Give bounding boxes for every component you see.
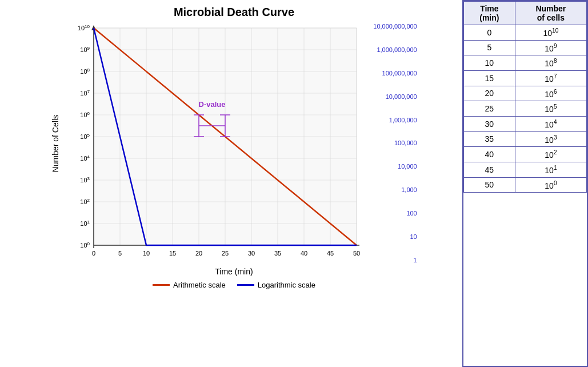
cells-cell: 104 bbox=[515, 116, 586, 131]
right-label-5: 1,000,000 bbox=[373, 117, 417, 123]
svg-text:D-value: D-value bbox=[199, 100, 226, 109]
svg-text:45: 45 bbox=[327, 250, 334, 257]
right-label-3: 100,000,000 bbox=[373, 70, 417, 77]
svg-text:106: 106 bbox=[81, 111, 90, 119]
svg-text:20: 20 bbox=[195, 250, 202, 257]
time-cell: 45 bbox=[464, 162, 515, 177]
svg-text:40: 40 bbox=[301, 250, 307, 257]
table-row: 25 105 bbox=[464, 101, 587, 117]
time-cell: 50 bbox=[464, 177, 515, 193]
svg-text:25: 25 bbox=[222, 250, 229, 257]
table-row: 35 103 bbox=[464, 131, 587, 147]
table-row: 45 101 bbox=[464, 162, 587, 177]
svg-text:108: 108 bbox=[81, 67, 90, 75]
svg-text:109: 109 bbox=[81, 46, 90, 54]
chart-title: Microbial Death Curve bbox=[174, 6, 294, 19]
time-cell: 10 bbox=[464, 55, 515, 71]
time-cell: 0 bbox=[464, 25, 515, 41]
right-label-6: 100,000 bbox=[373, 140, 417, 146]
cells-cell: 107 bbox=[515, 70, 586, 86]
col-header-time: Time(min) bbox=[464, 2, 515, 25]
time-cell: 40 bbox=[464, 147, 515, 162]
legend-logarithmic: Logarithmic scale bbox=[237, 281, 315, 289]
cells-cell: 100 bbox=[515, 177, 586, 193]
right-label-2: 1,000,000,000 bbox=[373, 47, 417, 53]
arithmetic-line-icon bbox=[153, 284, 170, 286]
cells-cell: 109 bbox=[515, 40, 586, 55]
table-row: 50 100 bbox=[464, 177, 587, 193]
svg-text:0: 0 bbox=[92, 250, 95, 257]
cells-cell: 1010 bbox=[515, 25, 586, 41]
x-axis-label: Time (min) bbox=[215, 267, 253, 276]
time-cell: 5 bbox=[464, 40, 515, 55]
svg-text:104: 104 bbox=[81, 154, 90, 162]
right-label-8: 1,000 bbox=[373, 187, 417, 193]
right-label-1: 10,000,000,000 bbox=[373, 23, 417, 30]
table-row: 15 107 bbox=[464, 70, 587, 86]
right-axis-labels: 10,000,000,000 1,000,000,000 100,000,000… bbox=[373, 23, 417, 264]
svg-text:100: 100 bbox=[81, 241, 90, 249]
svg-text:103: 103 bbox=[81, 176, 90, 184]
svg-text:30: 30 bbox=[248, 250, 255, 257]
time-cell: 15 bbox=[464, 70, 515, 86]
svg-text:50: 50 bbox=[353, 250, 360, 257]
svg-text:15: 15 bbox=[169, 250, 176, 257]
table-row: 20 106 bbox=[464, 86, 587, 101]
svg-text:101: 101 bbox=[81, 220, 90, 228]
cells-cell: 106 bbox=[515, 86, 586, 101]
data-table: Time(min) Numberof cells 0 1010 5 109 10… bbox=[463, 1, 587, 193]
right-label-7: 10,000 bbox=[373, 163, 417, 170]
table-row: 0 1010 bbox=[464, 25, 587, 41]
chart-svg: 1010 109 108 107 106 105 104 103 102 101… bbox=[62, 22, 371, 262]
right-label-11: 1 bbox=[373, 257, 417, 264]
legend: Arithmetic scale Logarithmic scale bbox=[153, 281, 315, 289]
svg-text:102: 102 bbox=[81, 198, 90, 206]
cells-cell: 105 bbox=[515, 101, 586, 117]
table-row: 10 108 bbox=[464, 55, 587, 71]
svg-text:107: 107 bbox=[81, 89, 90, 97]
svg-text:1010: 1010 bbox=[78, 24, 90, 32]
table-row: 40 102 bbox=[464, 147, 587, 162]
right-label-4: 10,000,000 bbox=[373, 94, 417, 100]
time-cell: 30 bbox=[464, 116, 515, 131]
svg-text:5: 5 bbox=[118, 250, 122, 257]
table-row: 5 109 bbox=[464, 40, 587, 55]
svg-text:105: 105 bbox=[81, 133, 90, 141]
table-row: 30 104 bbox=[464, 116, 587, 131]
cells-cell: 103 bbox=[515, 131, 586, 147]
time-cell: 25 bbox=[464, 101, 515, 117]
logarithmic-line-icon bbox=[237, 284, 254, 286]
cells-cell: 102 bbox=[515, 147, 586, 162]
right-label-10: 10 bbox=[373, 234, 417, 240]
right-label-9: 100 bbox=[373, 210, 417, 217]
svg-text:10: 10 bbox=[143, 250, 150, 257]
cells-cell: 108 bbox=[515, 55, 586, 71]
arithmetic-label: Arithmetic scale bbox=[173, 281, 226, 289]
cells-cell: 101 bbox=[515, 162, 586, 177]
time-cell: 20 bbox=[464, 86, 515, 101]
legend-arithmetic: Arithmetic scale bbox=[153, 281, 226, 289]
svg-text:35: 35 bbox=[274, 250, 281, 257]
y-axis-label: Number of Cells bbox=[51, 115, 60, 172]
data-table-container: Time(min) Numberof cells 0 1010 5 109 10… bbox=[462, 0, 588, 367]
time-cell: 35 bbox=[464, 131, 515, 147]
col-header-cells: Numberof cells bbox=[515, 2, 586, 25]
logarithmic-label: Logarithmic scale bbox=[258, 281, 315, 289]
